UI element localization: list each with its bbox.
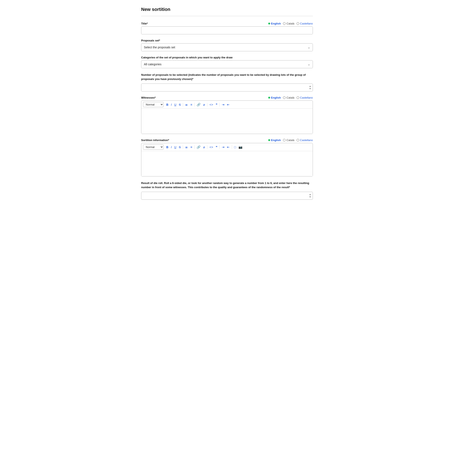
page-title: New sortition — [141, 7, 313, 12]
die-roll-input[interactable] — [141, 192, 313, 200]
witnesses-strikethrough-btn[interactable]: S — [178, 102, 182, 107]
witnesses-label: Witnesses* — [141, 96, 156, 99]
witnesses-toolbar-divider-2 — [194, 103, 195, 107]
witnesses-lang-radio-catala — [283, 96, 286, 99]
witnesses-lang-english[interactable]: English — [268, 96, 281, 99]
sortition-info-toolbar-divider-5 — [232, 145, 232, 149]
categories-header: Categories of the set of proposals in wh… — [141, 56, 313, 59]
sortition-info-toolbar-divider-3 — [207, 145, 207, 149]
num-proposals-wrapper: ▲ ▼ — [141, 83, 313, 91]
sortition-info-link-btn[interactable]: 🔗 — [196, 145, 202, 150]
num-proposals-increment[interactable]: ▲ — [308, 85, 312, 88]
witnesses-lang-catala[interactable]: Català — [283, 96, 295, 99]
sortition-info-underline-btn[interactable]: U — [173, 145, 177, 149]
title-lang-dot-english — [268, 22, 270, 24]
sortition-info-unordered-list-btn[interactable]: ≡ — [189, 145, 193, 149]
witnesses-ordered-list-btn[interactable]: ≣ — [184, 102, 189, 107]
die-roll-wrapper: ▲ ▼ — [141, 192, 313, 200]
sortition-info-image-btn[interactable]: 📷 — [237, 145, 243, 150]
witnesses-indent-left-btn[interactable]: ⇤ — [226, 102, 231, 107]
sortition-info-lang-dot-english — [268, 139, 270, 141]
title-lang-switcher: English Català Castellano — [268, 22, 313, 25]
witnesses-lang-radio-castellano — [296, 96, 299, 99]
witnesses-unordered-list-btn[interactable]: ≡ — [189, 102, 193, 107]
witnesses-toolbar-divider-3 — [207, 103, 207, 107]
sortition-info-toolbar-divider-2 — [194, 145, 195, 149]
witnesses-unlink-btn[interactable]: ⌀ — [202, 102, 206, 107]
categories-wrapper: All categories ⌄ — [141, 60, 313, 68]
sortition-info-lang-radio-catala — [283, 139, 286, 141]
sortition-info-toolbar-divider-4 — [219, 145, 220, 149]
num-proposals-label: Number of proposals to be selected (indi… — [141, 73, 313, 81]
witnesses-underline-btn[interactable]: U — [173, 102, 177, 107]
sortition-info-label: Sortition information* — [141, 139, 169, 142]
die-roll-section: Result of die roll. Roll a 6-sided die, … — [141, 181, 313, 200]
num-proposals-header: Number of proposals to be selected (indi… — [141, 73, 313, 82]
sortition-info-toolbar-divider-1 — [183, 145, 183, 149]
title-lang-radio-catala — [283, 22, 286, 25]
sortition-info-code-btn[interactable]: <> — [208, 145, 214, 149]
categories-select[interactable]: All categories — [141, 60, 313, 68]
sortition-info-lang-switcher: English Català Castellano — [268, 139, 313, 142]
witnesses-lang-dot-english — [268, 97, 270, 99]
sortition-info-bold-btn[interactable]: B — [165, 145, 169, 149]
sortition-info-indent-right-btn[interactable]: ⇥ — [221, 145, 226, 150]
die-roll-decrement[interactable]: ▼ — [308, 196, 312, 198]
sortition-info-editor: Normal Heading 1 Heading 2 Heading 3 B I… — [141, 143, 313, 177]
sortition-info-lang-catala[interactable]: Català — [283, 139, 295, 142]
die-roll-header: Result of die roll. Roll a 6-sided die, … — [141, 181, 313, 191]
title-lang-radio-castellano — [296, 22, 299, 25]
witnesses-toolbar: Normal Heading 1 Heading 2 Heading 3 B I… — [141, 101, 313, 109]
sortition-info-indent-left-btn[interactable]: ⇤ — [226, 145, 231, 150]
witnesses-lang-castellano[interactable]: Castellano — [296, 96, 313, 99]
proposals-set-label: Proposals set* — [141, 39, 160, 42]
divider — [141, 16, 313, 16]
witnesses-link-btn[interactable]: 🔗 — [196, 102, 202, 107]
num-proposals-decrement[interactable]: ▼ — [308, 88, 312, 90]
witnesses-lang-switcher: English Català Castellano — [268, 96, 313, 99]
sortition-info-lang-castellano[interactable]: Castellano — [296, 139, 313, 142]
sortition-info-editor-body[interactable] — [141, 151, 313, 176]
sortition-info-unlink-btn[interactable]: ⌀ — [202, 145, 206, 150]
witnesses-toolbar-divider-4 — [219, 103, 220, 107]
witnesses-blockquote-btn[interactable]: ❝ — [215, 102, 219, 107]
title-input[interactable] — [141, 26, 313, 34]
witnesses-editor: Normal Heading 1 Heading 2 Heading 3 B I… — [141, 100, 313, 134]
sortition-info-lang-english[interactable]: English — [268, 139, 281, 142]
proposals-set-wrapper: Select the proposals set ⌄ — [141, 43, 313, 51]
sortition-info-header: Sortition information* English Català Ca… — [141, 139, 313, 142]
num-proposals-input[interactable] — [141, 83, 313, 91]
title-lang-catala[interactable]: Català — [283, 22, 295, 25]
num-proposals-section: Number of proposals to be selected (indi… — [141, 73, 313, 91]
die-roll-spinners: ▲ ▼ — [308, 193, 312, 198]
witnesses-editor-body[interactable] — [141, 109, 313, 134]
categories-section: Categories of the set of proposals in wh… — [141, 56, 313, 68]
sortition-info-embed-btn[interactable]: □ — [233, 145, 237, 149]
page-container: New sortition Title* English Català Cast… — [133, 0, 321, 217]
sortition-info-ordered-list-btn[interactable]: ≣ — [184, 145, 189, 150]
num-proposals-spinners: ▲ ▼ — [308, 85, 312, 90]
sortition-info-toolbar: Normal Heading 1 Heading 2 Heading 3 B I… — [141, 143, 313, 151]
categories-label: Categories of the set of proposals in wh… — [141, 56, 232, 59]
sortition-info-format-select[interactable]: Normal Heading 1 Heading 2 Heading 3 — [143, 144, 164, 150]
witnesses-section: Witnesses* English Català Castellano — [141, 96, 313, 134]
witnesses-indent-right-btn[interactable]: ⇥ — [221, 102, 226, 107]
die-roll-label: Result of die roll. Roll a 6-sided die, … — [141, 181, 313, 189]
sortition-info-section: Sortition information* English Català Ca… — [141, 139, 313, 177]
sortition-info-lang-radio-castellano — [296, 139, 299, 141]
die-roll-increment[interactable]: ▲ — [308, 193, 312, 196]
sortition-info-blockquote-btn[interactable]: ❝ — [215, 145, 219, 150]
title-section: Title* English Català Castellano — [141, 22, 313, 34]
title-lang-english[interactable]: English — [268, 22, 281, 25]
title-field-header: Title* English Català Castellano — [141, 22, 313, 25]
sortition-info-strikethrough-btn[interactable]: S — [178, 145, 182, 149]
witnesses-code-btn[interactable]: <> — [208, 102, 214, 107]
title-lang-castellano[interactable]: Castellano — [296, 22, 313, 25]
witnesses-format-select[interactable]: Normal Heading 1 Heading 2 Heading 3 — [143, 102, 164, 107]
proposals-set-select[interactable]: Select the proposals set — [141, 43, 313, 51]
proposals-set-header: Proposals set* — [141, 39, 313, 42]
sortition-info-italic-btn[interactable]: I — [170, 145, 173, 149]
proposals-set-section: Proposals set* Select the proposals set … — [141, 39, 313, 51]
witnesses-italic-btn[interactable]: I — [170, 102, 173, 107]
witnesses-bold-btn[interactable]: B — [165, 102, 169, 107]
